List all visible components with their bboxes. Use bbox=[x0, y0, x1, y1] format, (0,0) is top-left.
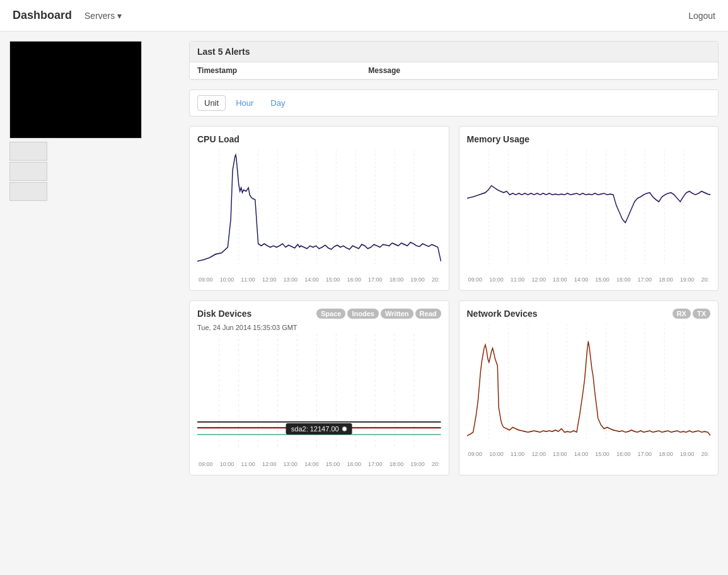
logout-button[interactable]: Logout bbox=[688, 11, 715, 21]
cpu-chart-area bbox=[197, 149, 441, 275]
network-chart-svg bbox=[467, 324, 711, 450]
disk-tooltip-dot bbox=[342, 426, 347, 431]
servers-chevron-icon: ▾ bbox=[117, 11, 122, 21]
disk-badges: Space Inodes Written Read bbox=[316, 309, 441, 319]
tabs-container: Unit Hour Day bbox=[189, 89, 719, 117]
charts-grid: CPU Load bbox=[189, 126, 719, 475]
network-chart-title: Network Devices RX TX bbox=[467, 309, 711, 319]
network-chart-area bbox=[467, 324, 711, 450]
network-chart-panel: Network Devices RX TX bbox=[459, 300, 719, 475]
badge-space[interactable]: Space bbox=[316, 309, 345, 319]
memory-chart-xaxis: 09:00 10:00 11:00 12:00 13:00 14:00 15:0… bbox=[467, 276, 711, 283]
badge-tx[interactable]: TX bbox=[693, 309, 710, 319]
disk-chart-panel: Disk Devices Space Inodes Written Read T… bbox=[189, 300, 449, 475]
navbar-left: Dashboard Servers ▾ bbox=[13, 9, 122, 22]
network-chart-xaxis: 09:00 10:00 11:00 12:00 13:00 14:00 15:0… bbox=[467, 451, 711, 457]
sidebar-items bbox=[9, 142, 180, 201]
cpu-chart-xaxis: 09:00 10:00 11:00 12:00 13:00 14:00 15:0… bbox=[197, 276, 441, 283]
memory-chart-title: Memory Usage bbox=[467, 134, 711, 144]
cpu-chart-panel: CPU Load bbox=[189, 126, 449, 291]
tab-hour[interactable]: Hour bbox=[229, 95, 260, 111]
sidebar bbox=[9, 41, 180, 475]
disk-chart-area: sda2: 12147.00 bbox=[197, 334, 441, 460]
badge-read[interactable]: Read bbox=[415, 309, 441, 319]
disk-chart-title: Disk Devices Space Inodes Written Read bbox=[197, 309, 441, 319]
tab-unit[interactable]: Unit bbox=[197, 95, 226, 111]
cpu-chart-svg bbox=[197, 149, 441, 275]
content-area: Last 5 Alerts Timestamp Message Unit Hou… bbox=[189, 41, 719, 475]
navbar-brand: Dashboard bbox=[13, 9, 72, 22]
navbar: Dashboard Servers ▾ Logout bbox=[0, 0, 728, 31]
cpu-chart-title: CPU Load bbox=[197, 134, 441, 144]
servers-dropdown[interactable]: Servers ▾ bbox=[84, 11, 122, 21]
badge-rx[interactable]: RX bbox=[673, 309, 691, 319]
sidebar-item-3 bbox=[9, 182, 47, 201]
badge-inodes[interactable]: Inodes bbox=[347, 309, 378, 319]
memory-chart-panel: Memory Usage bbox=[459, 126, 719, 291]
main-container: Last 5 Alerts Timestamp Message Unit Hou… bbox=[0, 31, 728, 485]
tab-day[interactable]: Day bbox=[263, 95, 292, 111]
memory-chart-svg bbox=[467, 149, 711, 275]
disk-chart-svg bbox=[197, 334, 441, 460]
network-badges: RX TX bbox=[673, 309, 710, 319]
disk-chart-date: Tue, 24 Jun 2014 15:35:03 GMT bbox=[197, 324, 441, 331]
sidebar-item-1 bbox=[9, 142, 47, 161]
col-timestamp: Timestamp bbox=[197, 66, 368, 75]
alerts-table-header: Timestamp Message bbox=[190, 62, 718, 79]
disk-tooltip: sda2: 12147.00 bbox=[286, 423, 352, 435]
memory-chart-area bbox=[467, 149, 711, 275]
sidebar-item-2 bbox=[9, 162, 47, 181]
alerts-panel: Last 5 Alerts Timestamp Message bbox=[189, 41, 719, 80]
disk-chart-xaxis: 09:00 10:00 11:00 12:00 13:00 14:00 15:0… bbox=[197, 461, 441, 467]
col-message: Message bbox=[368, 66, 710, 75]
sidebar-image bbox=[9, 41, 142, 139]
alerts-header: Last 5 Alerts bbox=[190, 42, 718, 62]
servers-label: Servers bbox=[84, 11, 115, 21]
badge-written[interactable]: Written bbox=[381, 309, 413, 319]
